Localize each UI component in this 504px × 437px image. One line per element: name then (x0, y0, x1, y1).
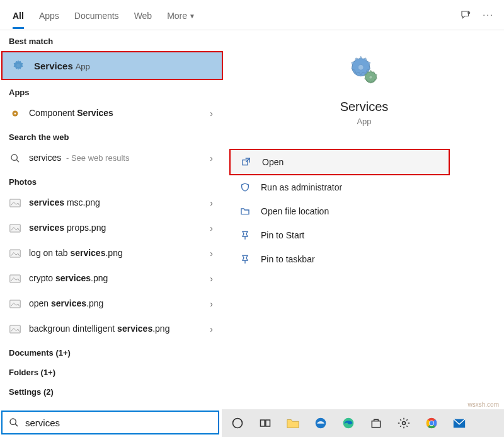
svg-line-21 (15, 424, 18, 426)
chrome-icon[interactable] (418, 411, 445, 435)
cortana-icon[interactable] (224, 411, 251, 435)
result-photo-5[interactable]: backgroun dintelligent services.png › (0, 317, 224, 342)
pin-icon (239, 253, 251, 265)
web-query: services (29, 153, 61, 163)
chevron-right-icon[interactable]: › (207, 198, 215, 208)
detail-subtitle: App (357, 117, 371, 126)
search-icon (9, 152, 21, 165)
services-app-icon (346, 53, 382, 88)
svg-rect-10 (10, 300, 21, 308)
chevron-right-icon[interactable]: › (207, 248, 215, 259)
svg-rect-24 (266, 420, 270, 426)
tab-documents[interactable]: Documents (67, 2, 127, 28)
action-open-location[interactable]: Open file location (229, 199, 499, 223)
more-options-icon[interactable]: ··· (483, 9, 494, 21)
photo-prefix: open (29, 298, 51, 308)
result-component-services[interactable]: Component Services › (0, 101, 224, 126)
section-search-web: Search the web (0, 126, 224, 146)
svg-point-3 (14, 113, 16, 115)
chevron-down-icon: ▼ (189, 13, 195, 20)
component-icon (9, 107, 21, 120)
svg-rect-8 (10, 250, 21, 257)
photo-suffix: props.png (64, 223, 106, 233)
search-icon (9, 417, 19, 428)
task-view-icon[interactable] (252, 411, 278, 435)
section-best-match: Best match (0, 30, 224, 50)
tab-web[interactable]: Web (127, 2, 160, 28)
photo-prefix: backgroun dintelligent (29, 323, 117, 334)
action-pin-start[interactable]: Pin to Start (229, 223, 499, 247)
result-app-prefix: Component (29, 108, 77, 118)
edge-legacy-icon[interactable] (307, 411, 334, 435)
image-icon (9, 247, 21, 260)
result-photo-1[interactable]: services props.png › (0, 216, 224, 241)
image-icon (9, 222, 21, 235)
tab-more-label: More (167, 11, 187, 21)
pin-icon (239, 230, 251, 241)
search-input[interactable] (25, 417, 212, 428)
file-explorer-icon[interactable] (280, 411, 306, 435)
chevron-right-icon[interactable]: › (207, 153, 215, 163)
result-best-services[interactable]: Services App (1, 51, 223, 80)
action-pin-taskbar[interactable]: Pin to taskbar (229, 247, 499, 271)
action-open-label: Open (262, 157, 284, 167)
edge-icon[interactable] (335, 411, 362, 435)
image-icon (9, 197, 21, 209)
photo-suffix: .png (105, 248, 122, 258)
result-photo-0[interactable]: services msc.png › (0, 190, 224, 216)
svg-rect-9 (10, 275, 21, 283)
gear-icon (11, 59, 25, 73)
chevron-right-icon[interactable]: › (207, 299, 215, 309)
photo-bold: services (117, 323, 152, 334)
chevron-right-icon[interactable]: › (207, 324, 215, 334)
search-box[interactable] (1, 411, 219, 434)
svg-rect-6 (10, 199, 21, 207)
mail-icon[interactable] (446, 411, 472, 435)
photo-bold: services (29, 223, 64, 233)
result-photo-2[interactable]: log on tab services.png › (0, 241, 224, 266)
chevron-right-icon[interactable]: › (207, 108, 215, 119)
svg-rect-7 (10, 224, 21, 232)
svg-point-20 (10, 419, 16, 424)
photo-bold: services (51, 298, 86, 308)
photo-bold: services (29, 197, 64, 207)
results-panel: Best match Services App Apps Component S… (0, 30, 224, 409)
result-app-bold: Services (77, 108, 113, 118)
svg-rect-23 (261, 420, 265, 426)
action-pin-start-label: Pin to Start (261, 230, 304, 240)
tab-more[interactable]: More▼ (159, 2, 203, 28)
action-pin-taskbar-label: Pin to taskbar (261, 254, 315, 264)
store-icon[interactable] (363, 411, 389, 435)
section-apps: Apps (0, 81, 224, 101)
tab-all[interactable]: All (5, 2, 32, 28)
tab-apps[interactable]: Apps (32, 2, 67, 28)
detail-panel: Services App Open Run as administrator O… (224, 30, 504, 409)
result-photo-3[interactable]: crypto services.png › (0, 266, 224, 291)
image-icon (9, 323, 21, 335)
svg-point-4 (11, 154, 17, 160)
chevron-right-icon[interactable]: › (207, 274, 215, 284)
section-folders[interactable]: Folders (1+) (0, 361, 224, 381)
open-icon (241, 156, 252, 168)
action-location-label: Open file location (261, 206, 329, 216)
feedback-icon[interactable] (460, 9, 471, 21)
section-documents[interactable]: Documents (1+) (0, 342, 224, 361)
watermark: wsxsh.com (468, 401, 499, 408)
detail-title: Services (340, 100, 389, 114)
action-open[interactable]: Open (229, 149, 450, 175)
taskbar (222, 409, 504, 437)
photo-suffix: .png (86, 298, 103, 308)
action-run-admin[interactable]: Run as administrator (229, 175, 499, 199)
settings-icon[interactable] (391, 411, 417, 435)
result-photo-4[interactable]: open services.png › (0, 291, 224, 317)
svg-rect-27 (372, 421, 380, 428)
chevron-right-icon[interactable]: › (207, 223, 215, 233)
photo-prefix: crypto (29, 273, 55, 283)
search-tabs: All Apps Documents Web More▼ ··· (0, 0, 504, 30)
shield-icon (239, 182, 251, 193)
result-web-services[interactable]: services - See web results › (0, 146, 224, 171)
section-photos: Photos (0, 171, 224, 190)
section-settings[interactable]: Settings (2) (0, 381, 224, 400)
action-admin-label: Run as administrator (261, 182, 342, 192)
svg-point-22 (233, 419, 243, 428)
